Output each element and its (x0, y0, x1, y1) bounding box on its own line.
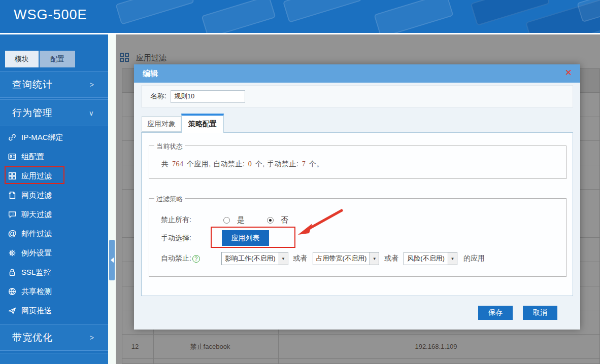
save-button[interactable]: 保存 (478, 306, 513, 320)
collapse-arrow-icon (111, 258, 114, 263)
chevron-down-icon: ▼ (370, 252, 379, 265)
status-text: 个。 (307, 160, 323, 168)
keyboard-decoration (115, 0, 194, 25)
sidebar-tab-module[interactable]: 模块 (5, 51, 39, 67)
app-window: WSG-500E 模块 配置 查询统计 > 行为管理 ∨ IP-MAC绑定 组配… (0, 0, 600, 364)
apps-suffix-text: 的应用 (463, 254, 485, 263)
manual-select-row: 手动选择: (161, 233, 212, 243)
radio-no[interactable] (267, 217, 274, 224)
fieldset-legend: 当前状态 (154, 142, 185, 151)
sidebar-item-label: 邮件过滤 (21, 229, 52, 239)
id-card-icon (7, 152, 17, 162)
work-impact-select[interactable]: 影响工作(不启用) ▼ (221, 252, 288, 265)
sidebar-collapse-handle[interactable] (109, 240, 115, 280)
total-apps-count: 764 (171, 160, 185, 168)
risk-select[interactable]: 风险(不启用) ▼ (404, 252, 457, 265)
sidebar-item-web-push[interactable]: 网页推送 (0, 301, 108, 320)
header-divider (0, 33, 600, 34)
top-header: WSG-500E (0, 0, 600, 33)
globe-icon (7, 286, 17, 297)
section-label: 行为管理 (12, 106, 53, 120)
sidebar-item-label: 应用过滤 (21, 171, 52, 181)
sidebar-item-label: 网页推送 (21, 306, 52, 316)
keyboard-decoration (283, 0, 362, 23)
lock-icon (7, 267, 17, 277)
rule-name-input[interactable] (171, 90, 245, 103)
sidebar-item-mail-filter[interactable]: @ 邮件过滤 (0, 224, 108, 243)
sidebar-item-ssl-monitor[interactable]: SSL监控 (0, 263, 108, 282)
tab-app-objects[interactable]: 应用对象 (142, 116, 181, 132)
name-field-panel: 名称: (141, 85, 573, 107)
auto-block-row: 自动禁止: ? 影响工作(不启用) ▼ 或者 占用带宽(不启用) ▼ 或者 风险… (161, 253, 485, 264)
close-icon[interactable]: ✕ (565, 68, 572, 78)
radio-no-label: 否 (281, 215, 288, 225)
app-logo: WSG-500E (14, 7, 87, 23)
block-all-row: 禁止所有: 是 否 (161, 215, 288, 225)
fieldset-legend: 过滤策略 (154, 195, 185, 204)
sidebar-item-share-detection[interactable]: 共享检测 (0, 282, 108, 301)
chevron-down-icon: ▼ (448, 252, 457, 265)
or-text: 或者 (384, 254, 398, 263)
sidebar-item-label: 网页过滤 (21, 191, 52, 200)
cancel-button[interactable]: 取消 (523, 306, 557, 320)
auto-blocked-count: 0 (247, 160, 253, 168)
radio-yes-label: 是 (237, 215, 245, 225)
sidebar-edge-strip (108, 34, 116, 364)
section-label: 带宽优化 (12, 331, 53, 344)
keyboard-decoration (374, 0, 453, 33)
filter-policy-fieldset: 过滤策略 禁止所有: 是 否 手动选择: 应用列表 自动禁止: ? (149, 198, 566, 277)
manual-select-label: 手动选择: (161, 234, 212, 243)
chevron-down-icon: ▼ (279, 252, 288, 265)
sidebar-tab-config[interactable]: 配置 (40, 51, 75, 67)
dialog-title: 编辑 (143, 69, 158, 79)
sidebar-item-group-config[interactable]: 组配置 (0, 147, 108, 166)
dialog-header[interactable]: 编辑 ✕ (134, 64, 580, 83)
chevron-right-icon: > (90, 334, 94, 342)
chevron-right-icon: > (90, 81, 94, 89)
sidebar-section-behavior-mgmt[interactable]: 行为管理 ∨ (0, 99, 108, 126)
sidebar-section-partial[interactable] (0, 353, 108, 364)
sidebar-item-ip-mac-binding[interactable]: IP-MAC绑定 (0, 128, 108, 147)
edit-dialog: 编辑 ✕ 名称: 应用对象 策略配置 当前状态 共 764 个应用, 自动禁止:… (134, 64, 580, 330)
sidebar: 模块 配置 查询统计 > 行为管理 ∨ IP-MAC绑定 组配置 (0, 34, 108, 364)
send-icon (7, 306, 17, 316)
keyboard-decoration (201, 0, 276, 33)
select-value: 占用带宽(不启用) (313, 254, 370, 263)
app-list-button[interactable]: 应用列表 (222, 230, 269, 246)
select-value: 风险(不启用) (404, 254, 448, 263)
manual-blocked-count: 7 (301, 160, 307, 168)
status-summary: 共 764 个应用, 自动禁止: 0 个, 手动禁止: 7 个。 (161, 160, 324, 169)
status-text: 个, 手动禁止: (253, 160, 301, 168)
sidebar-item-label: 例外设置 (21, 248, 52, 258)
bandwidth-usage-select[interactable]: 占用带宽(不启用) ▼ (313, 252, 380, 265)
sidebar-item-label: SSL监控 (21, 268, 51, 277)
link-icon (7, 132, 17, 142)
current-status-fieldset: 当前状态 共 764 个应用, 自动禁止: 0 个, 手动禁止: 7 个。 (149, 145, 566, 179)
sidebar-item-app-filter[interactable]: 应用过滤 (0, 166, 108, 186)
status-text: 个应用, 自动禁止: (184, 160, 247, 168)
sidebar-item-label: IP-MAC绑定 (21, 133, 63, 142)
or-text: 或者 (293, 254, 308, 263)
sidebar-section-bandwidth-opt[interactable]: 带宽优化 > (0, 324, 108, 351)
name-label: 名称: (150, 92, 166, 101)
sidebar-item-chat-filter[interactable]: 聊天过滤 (0, 205, 108, 224)
tab-policy-config[interactable]: 策略配置 (181, 114, 224, 133)
webpage-icon (7, 190, 17, 200)
select-value: 影响工作(不启用) (222, 254, 279, 263)
section-label: 查询统计 (12, 78, 53, 91)
sidebar-item-label: 组配置 (21, 152, 44, 162)
status-text: 共 (161, 160, 171, 168)
sidebar-item-label: 聊天过滤 (21, 210, 52, 220)
policy-config-panel: 当前状态 共 764 个应用, 自动禁止: 0 个, 手动禁止: 7 个。 过滤… (141, 132, 573, 296)
block-all-label: 禁止所有: (161, 215, 212, 225)
auto-block-label: 自动禁止: (161, 254, 191, 263)
help-icon[interactable]: ? (192, 255, 200, 263)
radio-yes[interactable] (223, 217, 230, 224)
sidebar-section-query-stats[interactable]: 查询统计 > (0, 71, 108, 98)
sidebar-item-web-filter[interactable]: 网页过滤 (0, 186, 108, 205)
sidebar-item-label: 共享检测 (21, 287, 52, 297)
sidebar-item-exception-settings[interactable]: 例外设置 (0, 243, 108, 263)
gear-icon (7, 248, 17, 258)
chat-icon (7, 209, 17, 220)
chevron-down-icon: ∨ (89, 109, 94, 117)
